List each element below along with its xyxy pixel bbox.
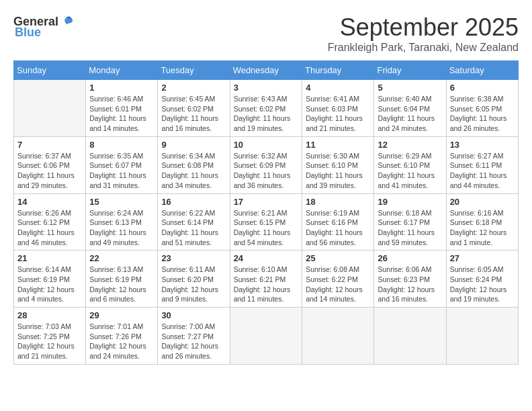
day-info: Sunrise: 6:22 AMSunset: 6:14 PMDaylight:… (161, 208, 226, 248)
day-info: Sunrise: 6:29 AMSunset: 6:10 PMDaylight:… (378, 151, 442, 191)
day-info: Sunrise: 6:37 AMSunset: 6:06 PMDaylight:… (17, 151, 82, 191)
day-info: Sunrise: 6:13 AMSunset: 6:19 PMDaylight:… (89, 265, 154, 304)
calendar-header-row: SundayMondayTuesdayWednesdayThursdayFrid… (14, 61, 519, 80)
day-info: Sunrise: 6:08 AMSunset: 6:22 PMDaylight:… (306, 265, 370, 304)
calendar-cell: 15Sunrise: 6:24 AMSunset: 6:13 PMDayligh… (86, 193, 158, 250)
calendar-cell: 7Sunrise: 6:37 AMSunset: 6:06 PMDaylight… (14, 136, 86, 193)
calendar-cell: 2Sunrise: 6:45 AMSunset: 6:02 PMDaylight… (158, 80, 230, 137)
day-info: Sunrise: 6:16 AMSunset: 6:18 PMDaylight:… (450, 208, 515, 248)
calendar-cell: 24Sunrise: 6:10 AMSunset: 6:21 PMDayligh… (230, 250, 302, 308)
day-info: Sunrise: 6:11 AMSunset: 6:20 PMDaylight:… (161, 265, 226, 304)
day-number: 28 (17, 310, 82, 320)
calendar-cell (302, 308, 374, 365)
calendar-cell: 23Sunrise: 6:11 AMSunset: 6:20 PMDayligh… (158, 250, 230, 308)
day-info: Sunrise: 6:38 AMSunset: 6:05 PMDaylight:… (450, 94, 515, 134)
day-info: Sunrise: 6:19 AMSunset: 6:16 PMDaylight:… (306, 208, 370, 248)
calendar-cell: 12Sunrise: 6:29 AMSunset: 6:10 PMDayligh… (374, 136, 446, 193)
day-number: 14 (17, 197, 82, 207)
day-number: 19 (378, 197, 442, 207)
calendar-week-row: 14Sunrise: 6:26 AMSunset: 6:12 PMDayligh… (14, 193, 519, 250)
day-info: Sunrise: 6:14 AMSunset: 6:19 PMDaylight:… (17, 265, 82, 304)
day-number: 16 (161, 197, 226, 207)
day-number: 10 (234, 140, 299, 150)
day-number: 13 (450, 140, 515, 150)
calendar-cell: 22Sunrise: 6:13 AMSunset: 6:19 PMDayligh… (86, 250, 158, 308)
day-number: 8 (89, 140, 154, 150)
calendar-cell: 25Sunrise: 6:08 AMSunset: 6:22 PMDayligh… (302, 250, 374, 308)
day-of-week-header: Monday (86, 61, 158, 80)
day-info: Sunrise: 6:21 AMSunset: 6:15 PMDaylight:… (234, 208, 299, 248)
day-number: 1 (89, 83, 154, 93)
day-number: 4 (306, 83, 370, 93)
calendar-cell: 19Sunrise: 6:18 AMSunset: 6:17 PMDayligh… (374, 193, 446, 250)
day-info: Sunrise: 6:30 AMSunset: 6:10 PMDaylight:… (306, 151, 370, 191)
location-title: Frankleigh Park, Taranaki, New Zealand (328, 42, 519, 54)
day-number: 17 (234, 197, 299, 207)
day-of-week-header: Tuesday (158, 61, 230, 80)
calendar-cell: 1Sunrise: 6:46 AMSunset: 6:01 PMDaylight… (86, 80, 158, 137)
day-number: 12 (378, 140, 442, 150)
calendar-cell: 28Sunrise: 7:03 AMSunset: 7:25 PMDayligh… (14, 308, 86, 365)
day-number: 26 (378, 253, 442, 263)
calendar-cell: 10Sunrise: 6:32 AMSunset: 6:09 PMDayligh… (230, 136, 302, 193)
day-info: Sunrise: 6:40 AMSunset: 6:04 PMDaylight:… (378, 94, 442, 134)
calendar-cell (14, 80, 86, 137)
day-number: 24 (234, 253, 299, 263)
calendar-cell (446, 308, 518, 365)
calendar-cell: 4Sunrise: 6:41 AMSunset: 6:03 PMDaylight… (302, 80, 374, 137)
calendar-cell: 30Sunrise: 7:00 AMSunset: 7:27 PMDayligh… (158, 308, 230, 365)
day-info: Sunrise: 6:32 AMSunset: 6:09 PMDaylight:… (234, 151, 299, 191)
calendar-cell: 6Sunrise: 6:38 AMSunset: 6:05 PMDaylight… (446, 80, 518, 137)
calendar-cell: 3Sunrise: 6:43 AMSunset: 6:02 PMDaylight… (230, 80, 302, 137)
day-info: Sunrise: 6:27 AMSunset: 6:11 PMDaylight:… (450, 151, 515, 191)
calendar-cell: 27Sunrise: 6:05 AMSunset: 6:24 PMDayligh… (446, 250, 518, 308)
day-info: Sunrise: 6:06 AMSunset: 6:23 PMDaylight:… (378, 265, 442, 304)
calendar-cell: 17Sunrise: 6:21 AMSunset: 6:15 PMDayligh… (230, 193, 302, 250)
calendar-cell: 16Sunrise: 6:22 AMSunset: 6:14 PMDayligh… (158, 193, 230, 250)
calendar-cell: 9Sunrise: 6:34 AMSunset: 6:08 PMDaylight… (158, 136, 230, 193)
calendar-cell: 14Sunrise: 6:26 AMSunset: 6:12 PMDayligh… (14, 193, 86, 250)
day-number: 18 (306, 197, 370, 207)
day-of-week-header: Wednesday (230, 61, 302, 80)
day-number: 9 (161, 140, 226, 150)
calendar-cell: 5Sunrise: 6:40 AMSunset: 6:04 PMDaylight… (374, 80, 446, 137)
calendar-cell: 26Sunrise: 6:06 AMSunset: 6:23 PMDayligh… (374, 250, 446, 308)
day-number: 29 (89, 310, 154, 320)
day-of-week-header: Friday (374, 61, 446, 80)
day-number: 3 (234, 83, 299, 93)
day-number: 7 (17, 140, 82, 150)
day-info: Sunrise: 6:45 AMSunset: 6:02 PMDaylight:… (161, 94, 226, 134)
day-of-week-header: Thursday (302, 61, 374, 80)
calendar-week-row: 21Sunrise: 6:14 AMSunset: 6:19 PMDayligh… (14, 250, 519, 308)
day-number: 30 (161, 310, 226, 320)
day-info: Sunrise: 7:03 AMSunset: 7:25 PMDaylight:… (17, 322, 82, 361)
calendar-cell: 8Sunrise: 6:35 AMSunset: 6:07 PMDaylight… (86, 136, 158, 193)
day-number: 2 (161, 83, 226, 93)
day-info: Sunrise: 6:46 AMSunset: 6:01 PMDaylight:… (89, 94, 154, 134)
day-number: 20 (450, 197, 515, 207)
calendar-cell: 20Sunrise: 6:16 AMSunset: 6:18 PMDayligh… (446, 193, 518, 250)
day-of-week-header: Sunday (14, 61, 86, 80)
calendar-week-row: 1Sunrise: 6:46 AMSunset: 6:01 PMDaylight… (14, 80, 519, 137)
logo-blue: Blue (15, 26, 41, 40)
day-info: Sunrise: 6:34 AMSunset: 6:08 PMDaylight:… (161, 151, 226, 191)
day-number: 27 (450, 253, 515, 263)
logo: General Blue (13, 13, 75, 40)
calendar-table: SundayMondayTuesdayWednesdayThursdayFrid… (13, 60, 519, 365)
title-block: September 2025 Frankleigh Park, Taranaki… (328, 13, 519, 54)
day-number: 22 (89, 253, 154, 263)
day-info: Sunrise: 6:41 AMSunset: 6:03 PMDaylight:… (306, 94, 370, 134)
day-info: Sunrise: 7:00 AMSunset: 7:27 PMDaylight:… (161, 322, 226, 361)
day-number: 5 (378, 83, 442, 93)
day-info: Sunrise: 6:26 AMSunset: 6:12 PMDaylight:… (17, 208, 82, 248)
calendar-cell: 11Sunrise: 6:30 AMSunset: 6:10 PMDayligh… (302, 136, 374, 193)
day-info: Sunrise: 7:01 AMSunset: 7:26 PMDaylight:… (89, 322, 154, 361)
month-title: September 2025 (328, 13, 519, 42)
day-info: Sunrise: 6:10 AMSunset: 6:21 PMDaylight:… (234, 265, 299, 304)
day-info: Sunrise: 6:05 AMSunset: 6:24 PMDaylight:… (450, 265, 515, 304)
calendar-cell: 29Sunrise: 7:01 AMSunset: 7:26 PMDayligh… (86, 308, 158, 365)
day-of-week-header: Saturday (446, 61, 518, 80)
calendar-cell: 13Sunrise: 6:27 AMSunset: 6:11 PMDayligh… (446, 136, 518, 193)
calendar-week-row: 7Sunrise: 6:37 AMSunset: 6:06 PMDaylight… (14, 136, 519, 193)
page-header: General Blue September 2025 Frankleigh P… (13, 13, 519, 54)
